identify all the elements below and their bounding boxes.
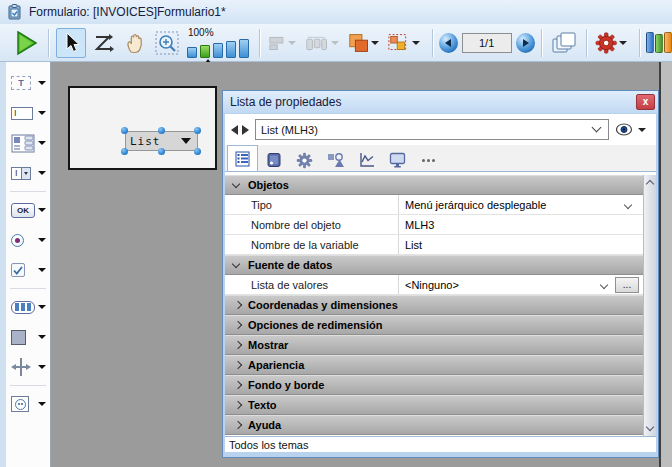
selection-handle-bottom-middle[interactable] [158, 148, 165, 155]
prev-next-object-icons[interactable] [231, 125, 249, 135]
property-value[interactable]: List [399, 235, 643, 254]
chevron-down-icon[interactable] [38, 171, 46, 175]
palette-body: List (MLH3) [225, 114, 656, 452]
tab-more[interactable] [413, 149, 444, 171]
chevron-down-icon[interactable] [38, 402, 46, 406]
section-header-texto[interactable]: Texto [225, 395, 643, 415]
zoom-bar-100-active[interactable] [200, 45, 210, 58]
plugin-area-tool[interactable] [6, 389, 50, 419]
object-tools-sidebar: T I I [6, 62, 51, 467]
toolbar-separator [541, 29, 542, 57]
chevron-down-icon[interactable] [38, 365, 46, 369]
chevron-down-icon[interactable] [600, 281, 608, 289]
static-text-tool[interactable]: T [6, 68, 50, 98]
button-tool[interactable]: OK [6, 195, 50, 225]
select-tool-button[interactable] [56, 28, 86, 58]
tab-shapes[interactable] [320, 149, 351, 171]
magnifier-icon [155, 31, 179, 55]
section-header-redimension[interactable]: Opciones de redimensión [225, 315, 643, 335]
view-options-button[interactable] [616, 123, 650, 136]
previous-page-button[interactable] [439, 33, 458, 53]
section-header-ayuda[interactable]: Ayuda [225, 415, 643, 435]
button-grid-tool[interactable] [6, 292, 50, 322]
input-field-tool[interactable]: I [6, 98, 50, 128]
splitter-tool[interactable] [6, 352, 50, 382]
section-header-fuente-de-datos[interactable]: Fuente de datos [225, 255, 643, 275]
chevron-down-icon[interactable] [38, 208, 46, 212]
checkbox-tool[interactable] [6, 255, 50, 285]
zoom-bar-800[interactable] [239, 39, 249, 58]
tab-options[interactable] [289, 149, 320, 171]
chevron-down-icon[interactable] [38, 335, 46, 339]
section-header-mostrar[interactable]: Mostrar [225, 335, 643, 355]
run-form-button[interactable] [11, 28, 41, 58]
property-value[interactable]: <Ninguno> ... [399, 275, 643, 294]
section-header-objetos[interactable]: Objetos [225, 175, 643, 195]
selection-handle-top-right[interactable] [194, 127, 201, 134]
tab-data[interactable] [258, 149, 289, 171]
object-selector-combo[interactable]: List (MLH3) [255, 119, 609, 140]
static-text-icon: T [11, 76, 31, 90]
section-header-coordenadas[interactable]: Coordenadas y dimensiones [225, 295, 643, 315]
current-level-button[interactable] [386, 28, 424, 58]
close-button[interactable]: x [636, 94, 655, 110]
next-page-button[interactable] [516, 33, 535, 53]
chevron-down-icon[interactable] [38, 268, 46, 272]
pan-tool-button[interactable] [120, 28, 150, 58]
ellipsis-button[interactable]: ... [615, 277, 639, 293]
theme-filter-bar[interactable]: Todos los temas [225, 436, 656, 452]
chevron-down-icon [619, 41, 627, 45]
section-header-apariencia[interactable]: Apariencia [225, 355, 643, 375]
cursor-icon [62, 32, 80, 54]
selection-handle-bottom-left[interactable] [121, 148, 128, 155]
property-value[interactable]: Menú jerárquico desplegable [399, 195, 643, 214]
chevron-down-icon[interactable] [38, 238, 46, 242]
form-properties-button[interactable] [594, 28, 632, 58]
chevron-down-icon[interactable] [38, 111, 46, 115]
property-value[interactable]: MLH3 [399, 215, 643, 234]
zoom-bar-200[interactable] [213, 43, 223, 58]
panel-scrollbar[interactable] [643, 175, 656, 436]
object-label: List [126, 135, 161, 148]
pages-button[interactable] [549, 28, 579, 58]
vertical-scrollbar-track[interactable] [659, 62, 672, 467]
chevron-down-icon [232, 180, 240, 188]
tab-display[interactable] [382, 149, 413, 171]
manage-levels-button[interactable] [346, 28, 384, 58]
selection-handle-top-middle[interactable] [158, 127, 165, 134]
sidebar-separator [10, 191, 46, 192]
scroll-down-icon[interactable] [646, 423, 654, 431]
splitter-icon [11, 357, 31, 377]
scroll-up-icon[interactable] [646, 180, 654, 188]
radio-button-tool[interactable] [6, 225, 50, 255]
selected-object-label: List (MLH3) [261, 124, 318, 136]
rectangle-tool[interactable] [6, 322, 50, 352]
zoom-bar-50[interactable] [187, 47, 197, 58]
property-list-palette: Lista de propiedades x List (MLH3) [222, 90, 659, 458]
palette-title-bar[interactable]: Lista de propiedades x [223, 91, 658, 113]
chevron-down-icon[interactable] [38, 141, 46, 145]
tab-property-list[interactable] [227, 145, 258, 171]
align-objects-button[interactable] [267, 28, 302, 58]
section-header-fondo-y-borde[interactable]: Fondo y borde [225, 375, 643, 395]
entry-order-tool-button[interactable] [88, 28, 118, 58]
chevron-down-icon[interactable] [624, 201, 632, 209]
zoom-bar-400[interactable] [226, 41, 236, 58]
chevron-down-icon[interactable] [38, 81, 46, 85]
form-canvas[interactable]: List [68, 86, 217, 170]
zoom-tool-button[interactable] [152, 28, 182, 58]
sidebar-separator [10, 385, 46, 386]
zoom-bars[interactable] [187, 39, 249, 58]
chevron-down-icon[interactable] [38, 305, 46, 309]
combo-box-tool[interactable]: I [6, 158, 50, 188]
tab-events[interactable] [351, 149, 382, 171]
line-chart-icon [359, 152, 375, 168]
object-selector-row: List (MLH3) [225, 114, 656, 145]
selection-handle-bottom-right[interactable] [194, 148, 201, 155]
chevron-down-icon [412, 41, 420, 45]
zoom-level-widget[interactable]: 100% [187, 28, 249, 58]
distribute-objects-button[interactable] [303, 28, 343, 58]
list-box-tool[interactable] [6, 128, 50, 158]
selection-handle-top-left[interactable] [121, 127, 128, 134]
documentation-button[interactable] [646, 32, 672, 53]
